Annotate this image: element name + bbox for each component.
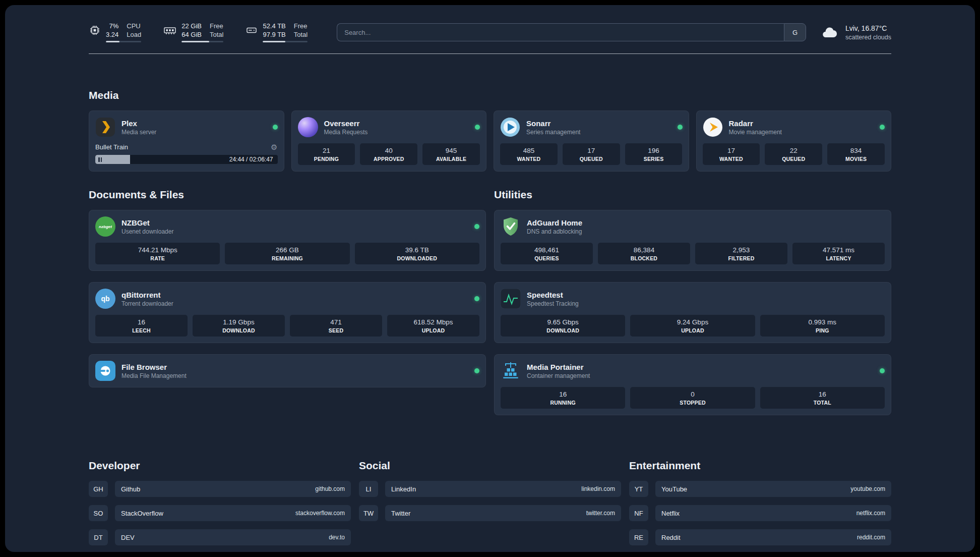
memory-widget: 22 GiB Free 64 GiB Total — [163, 22, 223, 42]
speedtest-card[interactable]: Speedtest Speedtest Tracking 9.65 GbpsDO… — [494, 282, 891, 343]
bookmark-abbr[interactable]: YT — [629, 481, 648, 497]
stat-tile: 22QUEUED — [765, 143, 822, 165]
cpu-load-label: Load — [127, 31, 141, 38]
playback-time: 24:44 / 02:06:47 — [229, 156, 273, 163]
bookmark-link[interactable]: StackOverflowstackoverflow.com — [115, 505, 351, 521]
bookmark-github[interactable]: GH Githubgithub.com — [89, 481, 351, 497]
search-provider-button[interactable]: G — [784, 23, 806, 41]
bookmark-abbr[interactable]: TW — [359, 505, 378, 521]
app-name: Speedtest — [527, 291, 579, 299]
stat-value: 744.21 Mbps — [97, 246, 218, 254]
app-subtitle: Container management — [527, 372, 590, 379]
bookmark-name: Reddit — [661, 534, 681, 541]
nzbget-icon: nzbget — [95, 216, 115, 237]
stat-value: 22 — [767, 147, 820, 154]
bookmark-abbr[interactable]: LI — [359, 481, 378, 497]
search-bar: G — [337, 23, 806, 41]
stat-value: 16 — [503, 391, 623, 398]
cpu-progress-bar — [106, 41, 141, 42]
media-section-title: Media — [89, 89, 891, 101]
filebrowser-card[interactable]: File Browser Media File Management — [89, 354, 486, 387]
memory-total-label: Total — [210, 31, 223, 38]
status-dot — [273, 125, 278, 130]
stat-value: 471 — [292, 318, 380, 326]
playback-progress-bar[interactable]: 24:44 / 02:06:47 — [95, 155, 278, 164]
speedtest-icon — [501, 289, 521, 309]
bookmark-linkedin[interactable]: LI LinkedInlinkedin.com — [359, 481, 621, 497]
entertainment-bookmarks: Entertainment YT YouTubeyoutube.com NF N… — [629, 460, 891, 552]
plex-now-playing-widget: Bullet Train ⚙ 24:44 / 02:06:47 — [95, 143, 278, 164]
bookmark-name: Github — [121, 485, 140, 493]
sonarr-card[interactable]: Sonarr Series management 485WANTED 17QUE… — [494, 110, 689, 172]
portainer-card[interactable]: Media Portainer Container management 16R… — [494, 354, 891, 415]
bookmark-abbr[interactable]: SO — [89, 505, 108, 521]
bookmark-abbr[interactable]: DT — [89, 529, 108, 545]
memory-free-value: 22 GiB — [181, 22, 202, 30]
stat-tile: 2,953FILTERED — [695, 243, 787, 264]
bookmark-link[interactable]: Githubgithub.com — [115, 481, 351, 497]
memory-total-value: 64 GiB — [181, 31, 202, 38]
app-subtitle: Usenet downloader — [121, 228, 173, 235]
bookmark-domain: stackoverflow.com — [295, 510, 345, 517]
bookmark-abbr[interactable]: RE — [629, 529, 648, 545]
social-bookmarks: Social LI LinkedInlinkedin.com TW Twitte… — [359, 460, 621, 552]
cpu-usage-value: 7% — [106, 22, 118, 30]
stat-value: 485 — [502, 147, 556, 154]
radarr-card[interactable]: Radarr Movie management 17WANTED 22QUEUE… — [696, 110, 892, 172]
overseerr-card[interactable]: Overseerr Media Requests 21PENDING 40APP… — [291, 110, 487, 172]
bookmark-netflix[interactable]: NF Netflixnetflix.com — [629, 505, 891, 521]
gear-icon[interactable]: ⚙ — [271, 143, 277, 151]
adguard-card[interactable]: AdGuard Home DNS and adblocking 498,461Q… — [494, 210, 891, 271]
stat-tile: 471SEED — [290, 315, 382, 337]
bookmark-dev[interactable]: DT DEVdev.to — [89, 529, 351, 545]
bookmark-link[interactable]: Netflixnetflix.com — [655, 505, 891, 521]
app-name: AdGuard Home — [527, 218, 582, 227]
cpu-widget: 7% CPU 3.24 Load — [89, 22, 141, 42]
memory-icon — [163, 22, 176, 36]
stat-tile: 17WANTED — [703, 143, 760, 165]
disk-progress-bar — [263, 41, 308, 42]
stat-tile: 86,384BLOCKED — [598, 243, 690, 264]
stat-value: 0 — [632, 391, 753, 398]
qbittorrent-icon: qb — [95, 289, 115, 309]
stat-label: UPLOAD — [389, 327, 477, 333]
bookmark-youtube[interactable]: YT YouTubeyoutube.com — [629, 481, 891, 497]
nzbget-card[interactable]: nzbget NZBGet Usenet downloader 744.21 M… — [89, 210, 486, 271]
pause-icon[interactable] — [98, 157, 102, 162]
utilities-section: Utilities AdGuard Home DNS and adblockin… — [494, 189, 891, 426]
bookmark-twitter[interactable]: TW Twittertwitter.com — [359, 505, 621, 521]
bookmark-stackoverflow[interactable]: SO StackOverflowstackoverflow.com — [89, 505, 351, 521]
stat-label: LEECH — [97, 327, 186, 333]
stat-value: 40 — [362, 147, 415, 154]
bookmark-abbr[interactable]: NF — [629, 505, 648, 521]
bookmark-link[interactable]: LinkedInlinkedin.com — [385, 481, 621, 497]
bookmark-link[interactable]: Twittertwitter.com — [385, 505, 621, 521]
adguard-icon — [501, 216, 521, 237]
stat-value: 86,384 — [600, 246, 688, 254]
stat-value: 9.65 Gbps — [503, 318, 623, 326]
portainer-icon — [501, 361, 521, 381]
stat-value: 618.52 Mbps — [389, 318, 477, 326]
stat-value: 17 — [565, 147, 618, 154]
plex-icon — [95, 117, 115, 137]
search-input[interactable] — [337, 23, 784, 41]
bookmark-reddit[interactable]: RE Redditreddit.com — [629, 529, 891, 545]
bookmark-domain: twitter.com — [586, 510, 615, 517]
stat-tile: 9.24 GbpsUPLOAD — [630, 315, 755, 337]
plex-card[interactable]: Plex Media server Bullet Train ⚙ 24:44 — [89, 110, 284, 172]
bookmark-abbr[interactable]: GH — [89, 481, 108, 497]
weather-condition: scattered clouds — [845, 34, 891, 41]
bookmark-domain: netflix.com — [856, 510, 885, 517]
developer-section-title: Developer — [89, 460, 351, 472]
bookmark-link[interactable]: YouTubeyoutube.com — [655, 481, 891, 497]
qbittorrent-card[interactable]: qb qBittorrent Torrent downloader 16LEEC… — [89, 282, 486, 343]
app-subtitle: Media File Management — [121, 372, 187, 379]
stat-label: SEED — [292, 327, 380, 333]
stat-label: MOVIES — [829, 156, 883, 162]
bookmark-link[interactable]: DEVdev.to — [115, 529, 351, 545]
stat-value: 945 — [424, 147, 478, 154]
stat-label: DOWNLOAD — [503, 327, 623, 333]
bookmark-link[interactable]: Redditreddit.com — [655, 529, 891, 545]
status-dot — [474, 296, 479, 301]
stat-value: 9.24 Gbps — [632, 318, 753, 326]
